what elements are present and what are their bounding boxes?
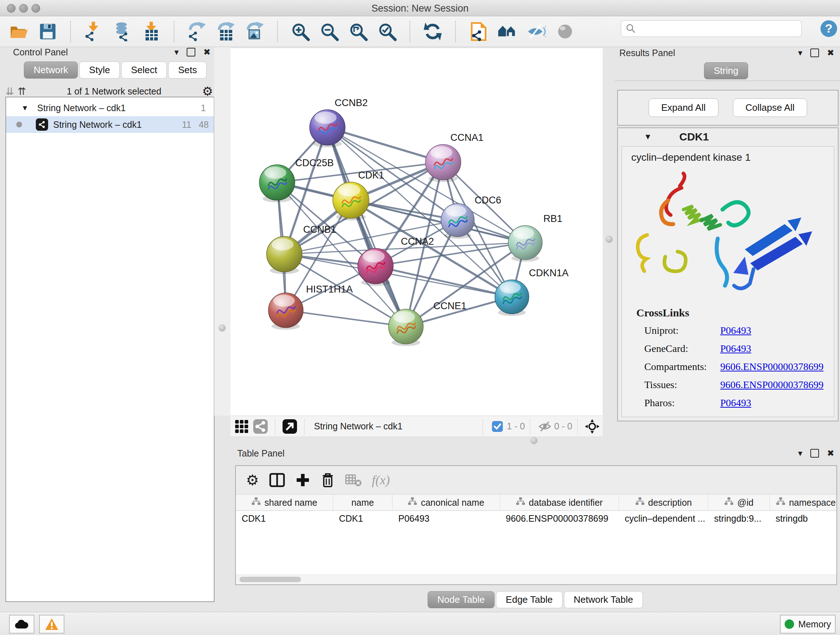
tab-select[interactable]: Select [121,62,167,79]
network-row[interactable]: String Network – cdk1 11 48 [6,116,214,133]
control-panel-close-icon[interactable]: ✖ [203,47,210,57]
tab-network[interactable]: Network [24,62,78,79]
control-panel-menu-icon[interactable]: ▾ [174,47,179,57]
show-columns-icon[interactable] [269,472,285,488]
results-panel-menu-icon[interactable]: ▾ [798,48,802,58]
collection-expand-icon[interactable]: ▼ [21,104,28,112]
export-network-icon[interactable] [186,20,208,43]
table-cell[interactable]: 9606.ENSP00000378699 [500,511,619,526]
delete-column-trash-icon[interactable] [321,472,335,488]
horizontal-splitter-handle[interactable] [531,437,538,444]
zoom-fit-icon[interactable] [347,20,369,43]
expand-all-networks-icon[interactable]: ⇈ [17,86,26,97]
network-selected-summary: 1 of 1 Network selected [26,86,202,97]
table-cell[interactable]: cyclin–dependent ... [619,511,708,526]
network-node[interactable]: CCNB2 [309,97,368,147]
zoom-out-icon[interactable] [318,20,340,43]
crosslink-value-link[interactable]: 9606.ENSP00000378699 [720,379,823,391]
create-column-icon[interactable] [295,472,310,488]
network-node[interactable]: CDKN1A [495,268,569,316]
right-splitter-handle[interactable] [606,236,613,243]
table-cell[interactable]: stringdb [770,511,836,526]
crosslink-value-link[interactable]: P06493 [720,397,752,409]
column-header-name[interactable]: name [333,494,393,510]
network-edge[interactable] [376,266,512,297]
birdseye-grid-icon[interactable] [234,419,249,434]
search-input[interactable] [621,20,802,37]
refresh-icon[interactable] [422,20,444,43]
table-row[interactable]: CDK1CDK1P064939606.ENSP00000378699cyclin… [236,511,836,526]
fit-content-crosshair-icon[interactable] [584,419,600,434]
tab-style[interactable]: Style [79,62,120,79]
table-cell[interactable]: CDK1 [236,511,333,526]
memory-button[interactable]: Memory [780,615,836,633]
column-header-label: canonical name [421,497,484,508]
network-node[interactable]: HIST1H1A [268,284,353,330]
network-node[interactable]: CCNB1 [267,224,336,274]
save-session-icon[interactable] [36,20,59,43]
cloud-status-button[interactable] [9,615,34,633]
tab-node-table[interactable]: Node Table [428,591,494,608]
node-label: CCNB1 [303,224,336,235]
string-document-icon[interactable] [467,20,489,43]
network-tree: ▼ String Network – cdk1 1 String Network… [5,97,215,602]
string-home-icon[interactable] [496,20,518,43]
tab-sets[interactable]: Sets [168,62,207,79]
network-edge[interactable] [286,310,406,326]
table-panel-menu-icon[interactable]: ▾ [798,448,802,458]
warning-status-button[interactable] [39,615,65,633]
crosslink-value-link[interactable]: 9606.ENSP00000378699 [720,361,823,372]
tab-network-table[interactable]: Network Table [564,591,643,608]
table-panel-close-icon[interactable]: ✖ [827,448,834,458]
gene-section-header[interactable]: ▼ CDK1 [618,128,838,146]
left-splitter[interactable] [214,47,231,416]
hide-glass-icon[interactable] [525,20,547,43]
control-panel-float-icon[interactable] [187,48,195,57]
network-node[interactable]: RB1 [508,213,562,262]
expand-all-button[interactable]: Expand All [649,98,718,117]
selected-checkbox-icon[interactable] [490,419,505,434]
table-panel-float-icon[interactable] [810,449,819,458]
help-button[interactable]: ? [820,19,838,38]
gene-collapse-icon[interactable]: ▼ [644,132,652,141]
column-header-canonical-name[interactable]: canonical name [393,494,500,510]
left-splitter-handle[interactable] [218,325,226,332]
column-header-namespace[interactable]: namespace [770,494,836,510]
results-panel-float-icon[interactable] [810,49,819,57]
table-cell[interactable]: stringdb:9... [708,511,770,526]
export-image-icon[interactable] [243,20,266,43]
results-panel-close-icon[interactable]: ✖ [827,48,834,58]
network-edge[interactable] [327,127,443,162]
zoom-selected-icon[interactable] [376,20,398,43]
network-node[interactable]: CCNE1 [388,301,467,346]
zoom-in-icon[interactable] [289,20,311,43]
network-node[interactable]: CCNA1 [425,132,484,182]
crosslink-value-link[interactable]: P06493 [720,325,752,336]
show-glass-icon[interactable] [554,20,576,43]
open-in-new-window-icon[interactable] [282,419,297,434]
import-table-icon[interactable] [140,20,163,43]
network-options-gear-icon[interactable]: ⚙ [202,84,213,98]
export-table-icon[interactable] [215,20,237,43]
table-cell[interactable]: CDK1 [333,511,393,526]
crosslink-value-link[interactable]: P06493 [720,343,752,355]
network-canvas[interactable]: CCNB2CCNA1CDC25BCDK1CDC6RB1CCNB1CCNA2CDK… [231,48,603,416]
table-horizontal-scrollbar[interactable] [236,575,836,584]
tab-string[interactable]: String [704,62,748,79]
import-database-icon[interactable] [111,20,134,43]
open-session-icon[interactable] [8,20,30,43]
hidden-eye-icon[interactable] [537,419,553,434]
column-header-shared-name[interactable]: shared name [236,494,333,510]
network-collection-row[interactable]: ▼ String Network – cdk1 1 [6,100,214,116]
network-node[interactable]: CDK1 [333,170,384,220]
table-settings-gear-icon[interactable]: ⚙ [246,472,259,488]
collapse-all-networks-icon[interactable]: ⇊ [5,86,14,97]
tab-edge-table[interactable]: Edge Table [496,591,562,608]
column-header-description[interactable]: description [619,494,708,510]
collapse-all-button[interactable]: Collapse All [733,98,807,117]
column-header-database-identifier[interactable]: database identifier [500,494,619,510]
table-cell[interactable]: P06493 [393,511,500,526]
import-network-icon[interactable] [82,20,104,43]
scrollbar-thumb[interactable] [240,577,301,582]
column-header--id[interactable]: @id [708,494,770,510]
